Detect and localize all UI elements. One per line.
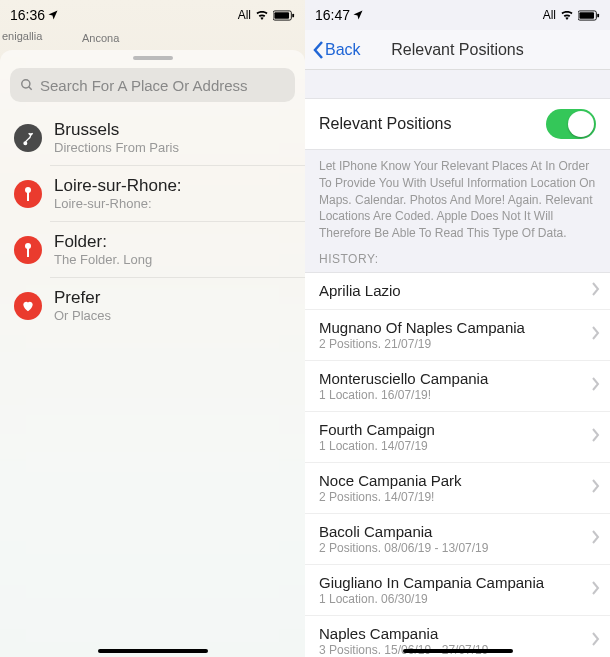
history-subtitle: 2 Positions. 08/06/19 - 13/07/19 (319, 541, 488, 555)
list-item[interactable]: Prefer Or Places (0, 278, 305, 333)
history-row[interactable]: Mugnano Of Naples Campania2 Positions. 2… (305, 310, 610, 361)
search-icon (20, 78, 34, 92)
history-subtitle: 2 Positions. 21/07/19 (319, 337, 525, 351)
battery-icon (273, 10, 295, 21)
route-icon (14, 124, 42, 152)
nav-bar: Back Relevant Positions (305, 30, 610, 70)
pin-icon (14, 180, 42, 208)
history-row[interactable]: Aprilia Lazio (305, 273, 610, 310)
location-icon (47, 9, 59, 21)
history-title: Mugnano Of Naples Campania (319, 319, 525, 336)
list-item[interactable]: Brussels Directions From Paris (0, 110, 305, 165)
chevron-right-icon (592, 581, 600, 599)
history-title: Fourth Campaign (319, 421, 435, 438)
wifi-icon (560, 10, 574, 20)
status-time: 16:36 (10, 7, 45, 23)
history-subtitle: 1 Location. 16/07/19! (319, 388, 488, 402)
status-carrier: All (543, 8, 556, 22)
list-item-subtitle: Directions From Paris (54, 140, 179, 155)
history-row[interactable]: Monterusciello Campania1 Location. 16/07… (305, 361, 610, 412)
home-indicator[interactable] (403, 649, 513, 653)
toggle-label: Relevant Positions (319, 115, 452, 133)
list-item-subtitle: The Folder. Long (54, 252, 152, 267)
history-title: Giugliano In Campania Campania (319, 574, 544, 591)
sheet-grabber[interactable] (133, 56, 173, 60)
list-item[interactable]: Folder: The Folder. Long (0, 222, 305, 277)
history-subtitle: 1 Location. 14/07/19 (319, 439, 435, 453)
map-city-label: enigallia (2, 30, 42, 42)
relevant-positions-row: Relevant Positions (305, 98, 610, 150)
chevron-right-icon (592, 326, 600, 344)
battery-icon (578, 10, 600, 21)
history-row[interactable]: Fourth Campaign1 Location. 14/07/19 (305, 412, 610, 463)
history-list: Aprilia LazioMugnano Of Naples Campania2… (305, 272, 610, 657)
svg-rect-1 (274, 12, 289, 18)
relevant-positions-switch[interactable] (546, 109, 596, 139)
status-time: 16:47 (315, 7, 350, 23)
heart-icon (14, 292, 42, 320)
svg-point-3 (22, 80, 30, 88)
history-title: Aprilia Lazio (319, 282, 401, 299)
chevron-left-icon (311, 40, 325, 60)
history-row[interactable]: Bacoli Campania2 Positions. 08/06/19 - 1… (305, 514, 610, 565)
history-header: HISTORY: (305, 248, 610, 272)
list-item-subtitle: Or Places (54, 308, 111, 323)
location-icon (352, 9, 364, 21)
svg-rect-7 (27, 192, 29, 201)
list-item-title: Prefer (54, 288, 111, 308)
svg-rect-9 (27, 248, 29, 257)
chevron-right-icon (592, 377, 600, 395)
pin-icon (14, 236, 42, 264)
chevron-right-icon (592, 428, 600, 446)
history-title: Bacoli Campania (319, 523, 488, 540)
search-placeholder: Search For A Place Or Address (40, 77, 248, 94)
map-city-label: Ancona (82, 32, 119, 44)
status-bar: 16:47 All (305, 0, 610, 30)
list-item-title: Loire-sur-Rhone: (54, 176, 182, 196)
chevron-right-icon (592, 282, 600, 300)
wifi-icon (255, 10, 269, 20)
history-title: Monterusciello Campania (319, 370, 488, 387)
maps-pane: 16:36 All enigallia Ancona Search For A … (0, 0, 305, 657)
chevron-right-icon (592, 632, 600, 650)
list-item-title: Folder: (54, 232, 152, 252)
history-row[interactable]: Noce Campania Park2 Positions. 14/07/19! (305, 463, 610, 514)
svg-rect-2 (292, 13, 294, 17)
svg-point-5 (24, 142, 27, 145)
list-item-title: Brussels (54, 120, 179, 140)
status-bar: 16:36 All (0, 0, 305, 30)
svg-rect-11 (579, 12, 594, 18)
history-title: Noce Campania Park (319, 472, 462, 489)
chevron-right-icon (592, 530, 600, 548)
history-subtitle: 2 Positions. 14/07/19! (319, 490, 462, 504)
history-row[interactable]: Giugliano In Campania Campania1 Location… (305, 565, 610, 616)
history-title: Naples Campania (319, 625, 488, 642)
back-button[interactable]: Back (305, 40, 361, 60)
settings-pane: 16:47 All Back Relevant Positions Releva… (305, 0, 610, 657)
svg-line-4 (29, 87, 32, 90)
back-label: Back (325, 41, 361, 59)
search-input[interactable]: Search For A Place Or Address (10, 68, 295, 102)
chevron-right-icon (592, 479, 600, 497)
svg-rect-12 (597, 13, 599, 17)
home-indicator[interactable] (98, 649, 208, 653)
status-carrier: All (238, 8, 251, 22)
history-subtitle: 1 Location. 06/30/19 (319, 592, 544, 606)
list-item[interactable]: Loire-sur-Rhone: Loire-sur-Rhone: (0, 166, 305, 221)
section-description: Let IPhone Know Your Relevant Places At … (305, 150, 610, 248)
search-sheet: Search For A Place Or Address Brussels D… (0, 50, 305, 657)
list-item-subtitle: Loire-sur-Rhone: (54, 196, 182, 211)
